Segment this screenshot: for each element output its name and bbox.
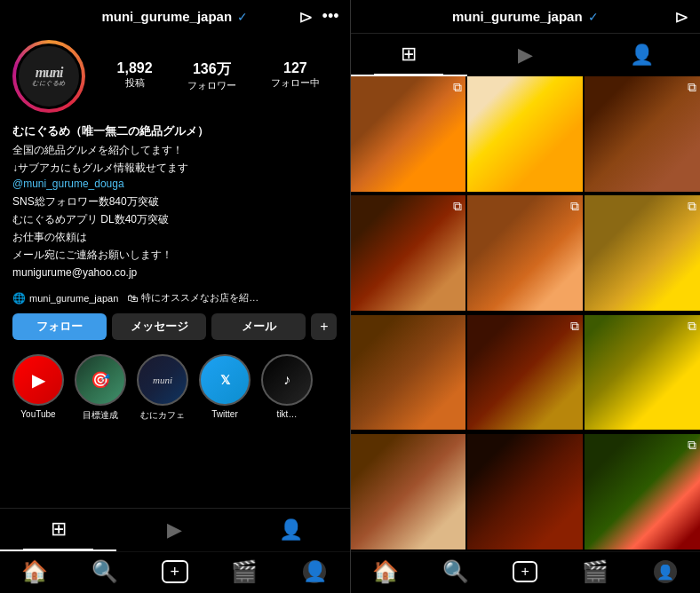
grid-item-4[interactable]: ⧉ — [467, 195, 583, 311]
send-icon[interactable]: ⊳ — [298, 6, 314, 28]
bio-section: むにぐるめ（唯一無二の絶品グルメ） 全国の絶品グルメを紹介してます！ ↓サブアカ… — [0, 120, 350, 289]
right-nav-reels[interactable]: 🎬 — [561, 559, 631, 584]
right-grid-icon: ⊞ — [401, 43, 417, 66]
followers-count: 136万 — [193, 60, 231, 79]
video-icon-8: ⧉ — [688, 319, 696, 334]
video-icon-11: ⧉ — [688, 438, 696, 453]
youtube-icon: ▶ — [32, 369, 45, 391]
bio-line3: SNS総フォロワー数840万突破 — [12, 194, 338, 210]
message-button[interactable]: メッセージ — [112, 313, 206, 340]
highlight-twitter-label: Twitter — [211, 409, 237, 419]
follow-button[interactable]: フォロー — [12, 313, 107, 340]
left-username: muni_gurume_japan — [101, 9, 232, 24]
right-search-icon: 🔍 — [442, 559, 469, 584]
right-nav-home[interactable]: 🏠 — [351, 559, 421, 584]
following-stat[interactable]: 127 フォロー中 — [271, 60, 320, 92]
grid-item-6[interactable] — [351, 315, 466, 431]
email-button[interactable]: メール — [211, 313, 306, 340]
video-icon-3: ⧉ — [453, 199, 462, 214]
right-reels-icon: ▶ — [518, 43, 533, 67]
right-nav-profile[interactable]: 👤 — [630, 559, 700, 584]
following-count: 127 — [283, 60, 307, 76]
add-button[interactable]: + — [311, 313, 337, 340]
right-home-icon: 🏠 — [372, 559, 399, 584]
grid-item-1[interactable] — [467, 76, 583, 192]
grid-item-7[interactable]: ⧉ — [467, 315, 583, 431]
nav-home[interactable]: 🏠 — [0, 559, 70, 584]
followers-stat[interactable]: 136万 フォロワー — [187, 60, 236, 92]
highlight-youtube[interactable]: ▶ YouTube — [12, 354, 64, 422]
highlights-row: ▶ YouTube 🎯 目標達成 muni むにカフェ 𝕏 Twitter ♪ — [0, 347, 350, 429]
highlight-mokuhyo[interactable]: 🎯 目標達成 — [75, 354, 126, 422]
home-icon: 🏠 — [21, 559, 48, 584]
left-header: muni_gurume_japan ✓ ⊳ ••• — [0, 0, 350, 33]
nav-profile[interactable]: 👤 — [280, 559, 350, 584]
grid-icon: ⊞ — [51, 518, 67, 541]
posts-label: 投稿 — [125, 76, 145, 90]
bag-icon: 🛍 — [127, 292, 138, 304]
posts-stat[interactable]: 1,892 投稿 — [117, 60, 153, 92]
profile-icon: 👤 — [303, 560, 326, 583]
nav-reels[interactable]: 🎬 — [210, 559, 280, 584]
right-send-icon[interactable]: ⊳ — [674, 6, 689, 28]
globe-icon: 🌐 — [12, 292, 26, 304]
reels-nav-icon: 🎬 — [231, 559, 258, 584]
video-icon-2: ⧉ — [688, 80, 696, 95]
grid-item-2[interactable]: ⧉ — [585, 76, 700, 192]
highlight-youtube-label: YouTube — [20, 409, 55, 419]
right-tagged-icon: 👤 — [630, 43, 654, 67]
right-tab-tagged[interactable]: 👤 — [584, 34, 700, 76]
following-label: フォロー中 — [271, 76, 320, 90]
grid-item-0[interactable]: ⧉ — [351, 76, 466, 192]
highlight-tiktok[interactable]: ♪ tikt… — [261, 354, 313, 422]
grid-item-8[interactable]: ⧉ — [585, 315, 700, 431]
bio-link[interactable]: @muni_gurume_douga — [12, 178, 338, 190]
nav-search[interactable]: 🔍 — [70, 559, 140, 584]
video-icon-0: ⧉ — [453, 80, 462, 95]
right-username: muni_gurume_japan — [452, 9, 583, 24]
highlight-cafe[interactable]: muni むにカフェ — [137, 354, 188, 422]
followers-label: フォロワー — [187, 79, 236, 92]
video-icon-5: ⧉ — [688, 199, 696, 214]
grid-item-3[interactable]: ⧉ — [351, 195, 466, 311]
grid-item-11[interactable]: ⧉ — [585, 434, 700, 550]
left-verified-icon: ✓ — [237, 10, 248, 24]
tab-tagged[interactable]: 👤 — [233, 509, 349, 551]
nav-add[interactable]: + — [139, 559, 210, 584]
right-nav-bar: 🏠 🔍 + 🎬 👤 — [351, 551, 701, 593]
left-nav-bar: 🏠 🔍 + 🎬 👤 — [0, 551, 350, 593]
tab-grid[interactable]: ⊞ — [0, 509, 116, 551]
bio-line6: メール宛にご連絡お願いします！ — [12, 247, 338, 263]
right-nav-search[interactable]: 🔍 — [420, 559, 490, 584]
right-tab-reels[interactable]: ▶ — [467, 34, 584, 76]
bio-name: むにぐるめ（唯一無二の絶品グルメ） — [12, 123, 338, 139]
tagged-icon: 👤 — [279, 518, 303, 542]
right-profile-icon: 👤 — [654, 560, 677, 583]
highlight-mokuhyo-label: 目標達成 — [83, 409, 118, 422]
bio-line5: お仕事の依頼は — [12, 229, 338, 245]
right-nav-add[interactable]: + — [490, 559, 561, 584]
photo-grid: ⧉ ⧉ ⧉ ⧉ ⧉ ⧉ ⧉ ⧉ — [351, 76, 701, 551]
avatar[interactable]: muni むにぐるめ — [12, 40, 85, 113]
right-verified-icon: ✓ — [588, 10, 599, 24]
tab-reels[interactable]: ▶ — [116, 509, 233, 551]
shop-link[interactable]: 🛍 特にオススメなお店を紹… — [127, 291, 259, 304]
right-tab-grid[interactable]: ⊞ — [351, 34, 467, 76]
grid-item-9[interactable] — [351, 434, 466, 550]
search-icon: 🔍 — [91, 559, 118, 584]
stats-row: 1,892 投稿 136万 フォロワー 127 フォロー中 — [99, 60, 338, 92]
bio-line2: ↓サブアカにもグルメ情報載せてます — [12, 160, 338, 176]
left-tab-bar: ⊞ ▶ 👤 — [0, 508, 350, 551]
more-icon[interactable]: ••• — [322, 7, 339, 26]
profile-section: muni むにぐるめ 1,892 投稿 136万 フォロワー 127 フォロー中 — [0, 33, 350, 120]
location-link[interactable]: 🌐 muni_gurume_japan — [12, 292, 118, 304]
tiktok-icon: ♪ — [283, 372, 290, 388]
highlight-twitter[interactable]: 𝕏 Twitter — [199, 354, 251, 422]
grid-item-10[interactable] — [467, 434, 583, 550]
posts-count: 1,892 — [117, 60, 153, 76]
links-row: 🌐 muni_gurume_japan 🛍 特にオススメなお店を紹… — [0, 289, 350, 306]
grid-item-5[interactable]: ⧉ — [585, 195, 700, 311]
mokuhyo-icon: 🎯 — [91, 370, 110, 390]
action-buttons: フォロー メッセージ メール + — [0, 306, 350, 347]
right-add-icon: + — [513, 561, 537, 582]
